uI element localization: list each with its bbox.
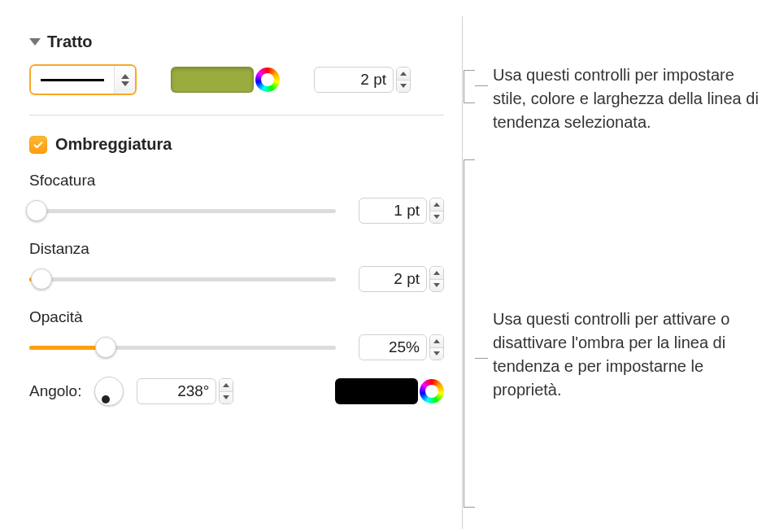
opacity-stepper[interactable] [429,334,444,360]
offset-stepper[interactable] [429,266,444,292]
stepper-up-button[interactable] [430,267,443,280]
angle-dial[interactable] [94,377,124,406]
stroke-controls-row [29,64,444,95]
inspector-panel: Tratto Ombreggiatura [11,16,463,529]
stroke-color-well[interactable] [171,67,254,93]
callouts-area: Usa questi controlli per impostare stile… [462,0,763,532]
angle-label: Angolo: [29,382,81,400]
section-divider [29,115,444,116]
offset-slider[interactable] [29,268,336,290]
offset-input[interactable] [359,266,427,292]
slider-thumb[interactable] [95,337,116,358]
shadow-color-well[interactable] [335,378,418,404]
blur-field [359,198,444,224]
slider-thumb[interactable] [31,268,52,290]
blur-stepper[interactable] [429,198,444,224]
stepper-up-button[interactable] [397,68,410,81]
stroke-width-input[interactable] [314,67,394,93]
opacity-label: Opacità [29,308,444,326]
offset-field [359,266,444,292]
color-wheel-icon[interactable] [420,379,444,403]
stepper-up-button[interactable] [220,379,233,392]
angle-stepper[interactable] [219,378,233,404]
opacity-input[interactable] [359,334,427,360]
stepper-up-button[interactable] [430,335,443,348]
stepper-down-button[interactable] [430,211,443,224]
stroke-width-field [314,67,411,93]
callout-shadow: Usa questi controlli per attivare o disa… [493,307,763,402]
stepper-down-button[interactable] [430,280,443,292]
stepper-down-button[interactable] [397,81,410,93]
opacity-field [359,334,444,360]
offset-label: Distanza [29,240,444,258]
shadow-color-group [335,378,444,404]
slider-thumb[interactable] [26,200,47,221]
blur-label: Sfocatura [29,172,444,190]
stroke-color-group [171,67,280,93]
stroke-width-stepper[interactable] [396,67,411,93]
offset-block: Distanza [29,240,444,292]
shadow-checkbox[interactable] [29,136,47,154]
blur-input[interactable] [359,198,427,224]
stroke-section-title: Tratto [47,33,93,51]
angle-input[interactable] [137,378,216,404]
disclosure-triangle-icon[interactable] [29,38,41,46]
blur-slider[interactable] [29,200,336,221]
stepper-up-button[interactable] [430,198,443,211]
shadow-checkbox-label: Ombreggiatura [55,135,172,154]
stepper-down-button[interactable] [430,348,443,360]
chevron-updown-icon[interactable] [114,66,135,94]
callout-stroke: Usa questi controlli per impostare stile… [493,63,763,134]
color-wheel-icon[interactable] [255,68,280,92]
angle-indicator-dot [102,395,110,403]
stepper-down-button[interactable] [220,392,233,404]
checkmark-icon [33,139,44,150]
stroke-style-preview [31,66,114,94]
stroke-style-popup[interactable] [29,64,137,95]
blur-block: Sfocatura [29,172,444,224]
opacity-slider[interactable] [29,337,336,358]
angle-row: Angolo: [29,377,444,406]
opacity-block: Opacità [29,308,444,360]
angle-field [137,378,233,404]
stroke-section-header[interactable]: Tratto [29,33,444,51]
shadow-checkbox-row: Ombreggiatura [29,135,444,154]
